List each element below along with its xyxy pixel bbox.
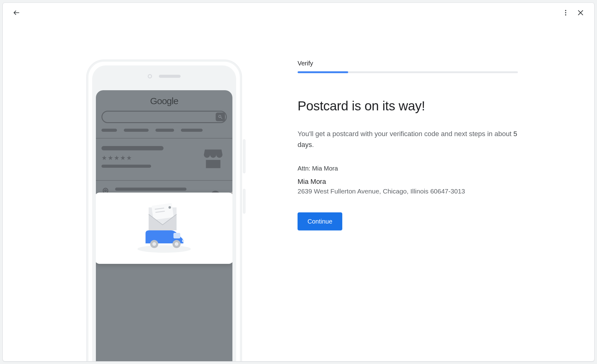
svg-point-11 [168,206,171,209]
svg-rect-14 [173,233,180,238]
phone-mock: Google ★★★★★ [87,60,242,361]
attention-line: Attn: Mia Mora [298,165,518,172]
svg-rect-19 [182,240,184,242]
more-vertical-icon [562,9,569,16]
business-name: Mia Mora [298,178,518,186]
close-icon [577,9,584,16]
page-title: Postcard is on its way! [298,99,518,113]
main-column: Verify Postcard is on its way! You'll ge… [298,60,518,361]
modal-card: Google ★★★★★ [2,2,595,362]
svg-point-2 [565,12,566,13]
business-address: 2639 West Fullerton Avenue, Chicago, Ill… [298,188,518,195]
svg-point-9 [137,245,191,253]
arrow-back-icon [13,9,20,16]
step-label: Verify [298,60,518,67]
svg-point-3 [565,14,566,16]
illustration-column: Google ★★★★★ [3,60,242,361]
continue-button[interactable]: Continue [298,212,342,230]
phone-screen: Google ★★★★★ [96,90,232,361]
postcard-delivery-illustration [96,193,232,264]
svg-point-6 [105,190,106,191]
svg-point-1 [565,10,566,11]
content-scroll[interactable]: Google ★★★★★ [3,23,590,361]
mail-truck-icon [130,202,198,255]
svg-point-16 [152,242,156,246]
close-button[interactable] [573,5,588,20]
svg-point-18 [175,242,178,246]
search-bar-mock [101,111,227,123]
description-suffix: . [312,141,314,149]
search-icon [218,114,223,119]
description: You'll get a postcard with your verifica… [298,128,518,150]
description-prefix: You'll get a postcard with your verifica… [298,130,514,138]
back-button[interactable] [9,5,24,20]
more-options-button[interactable] [558,5,573,20]
storefront-icon [201,145,226,170]
top-bar [3,3,594,23]
progress-bar [298,71,518,73]
google-logo: Google [96,90,232,109]
progress-bar-fill [298,71,348,73]
